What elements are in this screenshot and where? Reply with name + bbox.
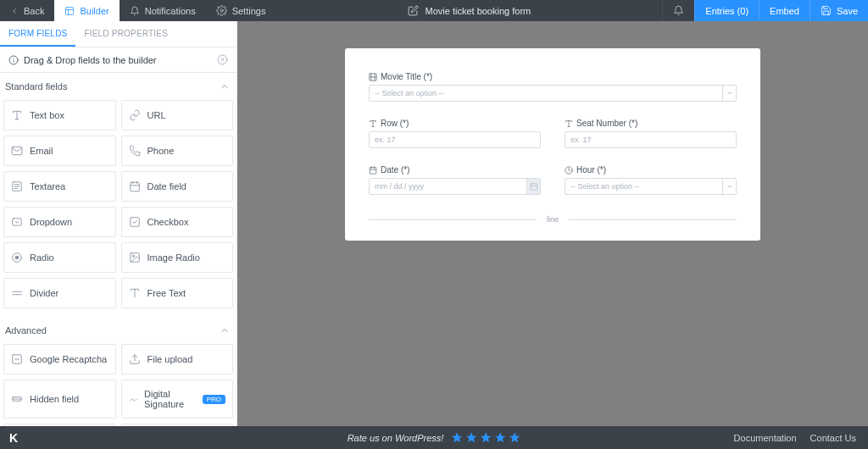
- field-image-radio[interactable]: Image Radio: [121, 242, 234, 273]
- field-seat[interactable]: Seat Number (*) ex. 17: [565, 119, 737, 148]
- clock-icon: [565, 166, 573, 175]
- notifications-label: Notifications: [145, 6, 196, 16]
- field-icon: [11, 109, 23, 121]
- field-label: File upload: [147, 354, 193, 364]
- svg-point-24: [15, 256, 19, 260]
- select-hour[interactable]: -- Select an option --: [565, 178, 737, 195]
- footer-docs-link[interactable]: Documentation: [734, 433, 797, 443]
- label-seat: Seat Number (*): [576, 119, 637, 128]
- field-file-upload[interactable]: File upload: [121, 344, 234, 374]
- label-movie-title: Movie Title (*): [381, 72, 432, 81]
- close-hint[interactable]: [217, 54, 228, 65]
- field-date[interactable]: Date (*) mm / dd / yyyy: [369, 165, 541, 195]
- field-url[interactable]: URL: [121, 100, 234, 130]
- field-row[interactable]: Row (*) ex. 17: [369, 119, 541, 148]
- field-divider[interactable]: Divider: [3, 278, 116, 308]
- canvas[interactable]: Movie Title (*) -- Select an option -- R…: [237, 21, 868, 426]
- section-standard-label: Standard fields: [5, 81, 67, 91]
- input-row[interactable]: ex. 17: [369, 131, 541, 148]
- entries-label: Entries (0): [705, 6, 748, 16]
- label-date: Date (*): [381, 165, 409, 175]
- svg-rect-12: [12, 147, 22, 154]
- tab-notifications[interactable]: Notifications: [120, 0, 206, 21]
- svg-rect-21: [13, 219, 22, 225]
- field-hidden-field[interactable]: Hidden field: [3, 380, 116, 419]
- star-rating[interactable]: [450, 431, 520, 444]
- field-phone[interactable]: Phone: [121, 136, 234, 166]
- text-icon: [565, 119, 573, 128]
- field-free-text[interactable]: Free Text: [121, 278, 234, 308]
- field-label: Checkbox: [147, 217, 189, 227]
- section-advanced[interactable]: Advanced: [0, 317, 236, 344]
- section-advanced-label: Advanced: [5, 325, 47, 335]
- field-dropdown[interactable]: Dropdown: [3, 207, 116, 237]
- sidebar-tab-fields[interactable]: FORM FIELDS: [0, 21, 75, 47]
- entries-button[interactable]: Entries (0): [694, 0, 759, 21]
- rate-label: Rate us on WordPress!: [348, 433, 444, 443]
- input-date[interactable]: mm / dd / yyyy: [369, 178, 541, 195]
- info-icon: [8, 55, 19, 65]
- star-icon: [493, 431, 506, 444]
- field-icon: [11, 353, 23, 365]
- chevron-left-icon: [10, 7, 19, 15]
- builder-label: Builder: [80, 6, 108, 16]
- chevron-up-icon: [220, 81, 230, 91]
- standard-fields-grid: Text box URL Email Phone Textarea Date f…: [0, 100, 236, 317]
- svg-point-26: [132, 255, 134, 257]
- page-title-wrap: Movie ticket booking form: [408, 0, 531, 21]
- field-icon: [129, 287, 141, 299]
- field-email[interactable]: Email: [3, 136, 116, 166]
- field-label: Divider: [30, 288, 58, 298]
- section-standard[interactable]: Standard fields: [0, 73, 236, 100]
- embed-button[interactable]: Embed: [759, 0, 810, 21]
- sidebar[interactable]: FORM FIELDS FIELD PROPERTIES Drag & Drop…: [0, 21, 237, 426]
- field-icon: [129, 353, 141, 365]
- pro-badge: PRO: [203, 395, 225, 404]
- input-seat[interactable]: ex. 17: [565, 131, 737, 148]
- field-textarea[interactable]: Textarea: [3, 171, 116, 202]
- field-digital-signature[interactable]: Digital Signature PRO: [121, 380, 234, 419]
- field-text-box[interactable]: Text box: [3, 100, 116, 130]
- field-icon: [11, 252, 23, 263]
- field-icon: [129, 216, 141, 228]
- save-label: Save: [837, 6, 858, 16]
- tab-settings[interactable]: Settings: [206, 0, 276, 21]
- select-movie-title[interactable]: -- Select an option --: [369, 85, 737, 102]
- page-title: Movie ticket booking form: [426, 6, 531, 16]
- settings-label: Settings: [232, 6, 266, 16]
- tab-builder[interactable]: Builder: [54, 0, 119, 21]
- alert-button[interactable]: [662, 0, 694, 21]
- field-date-field[interactable]: Date field: [121, 171, 234, 202]
- advanced-fields-grid: Google Recaptcha File upload Hidden fiel…: [0, 344, 236, 426]
- field-movie-title[interactable]: Movie Title (*) -- Select an option --: [369, 72, 737, 102]
- save-button[interactable]: Save: [810, 0, 868, 21]
- svg-point-3: [220, 9, 223, 12]
- field-icon: [11, 216, 23, 228]
- divider-field[interactable]: line: [369, 215, 737, 224]
- field-label: Image Radio: [147, 252, 200, 263]
- back-button[interactable]: Back: [0, 0, 54, 21]
- field-hour[interactable]: Hour (*) -- Select an option --: [565, 165, 737, 195]
- field-checkbox[interactable]: Checkbox: [121, 207, 234, 237]
- builder-icon: [64, 6, 75, 16]
- field-label: Email: [30, 146, 53, 156]
- field-icon: [11, 145, 23, 157]
- footer-contact-link[interactable]: Contact Us: [810, 433, 856, 443]
- close-icon: [217, 54, 228, 65]
- star-icon: [508, 431, 520, 444]
- chevron-down-icon: [722, 86, 736, 101]
- field-icon: [11, 393, 23, 405]
- field-google-recaptcha[interactable]: Google Recaptcha: [3, 344, 116, 374]
- form-card: Movie Title (*) -- Select an option -- R…: [345, 48, 760, 241]
- label-row: Row (*): [381, 119, 409, 128]
- svg-rect-17: [130, 182, 139, 191]
- topbar: Back Builder Notifications Settings Movi…: [0, 0, 868, 21]
- field-icon: [129, 393, 138, 405]
- field-icon: [129, 145, 141, 157]
- svg-rect-22: [130, 218, 139, 227]
- field-radio[interactable]: Radio: [3, 242, 116, 273]
- main: FORM FIELDS FIELD PROPERTIES Drag & Drop…: [0, 21, 868, 426]
- bell-icon: [130, 6, 140, 16]
- sidebar-tab-properties[interactable]: FIELD PROPERTIES: [75, 21, 176, 47]
- star-icon: [479, 431, 492, 444]
